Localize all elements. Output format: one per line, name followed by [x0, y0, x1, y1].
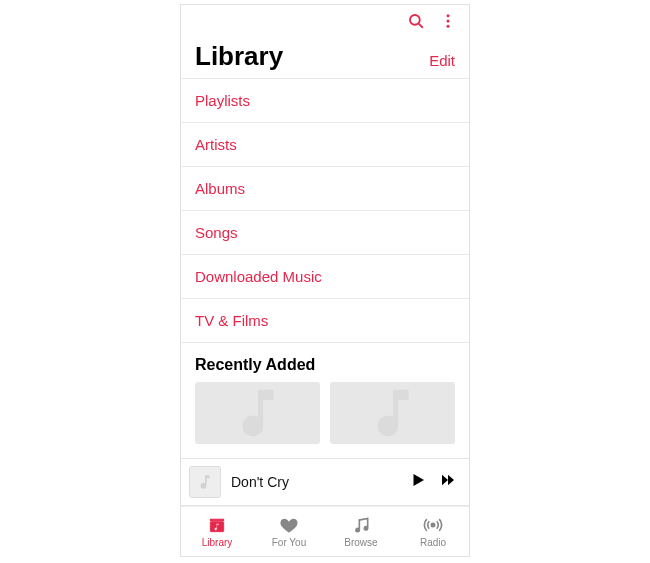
svg-point-4: [447, 25, 450, 28]
tab-label: Radio: [420, 537, 446, 548]
top-bar: [181, 5, 469, 41]
app-screen: Library Edit Playlists Artists Albums So…: [180, 4, 470, 557]
category-playlists[interactable]: Playlists: [181, 78, 469, 122]
play-icon[interactable]: [409, 471, 427, 493]
category-downloaded[interactable]: Downloaded Music: [181, 254, 469, 298]
tab-label: Browse: [344, 537, 377, 548]
page-title: Library: [195, 41, 283, 72]
header: Library Edit: [181, 41, 469, 78]
now-playing-controls: [409, 471, 457, 493]
svg-point-10: [431, 523, 434, 526]
fast-forward-icon[interactable]: [439, 471, 457, 493]
category-tv-films[interactable]: TV & Films: [181, 298, 469, 343]
main-content: Playlists Artists Albums Songs Downloade…: [181, 78, 469, 458]
tab-bar: Library For You Browse Radio: [181, 506, 469, 556]
svg-marker-6: [442, 475, 448, 486]
category-list: Playlists Artists Albums Songs Downloade…: [181, 78, 469, 343]
svg-point-2: [447, 14, 450, 17]
recently-added-title: Recently Added: [181, 343, 469, 382]
now-playing-title: Don't Cry: [231, 474, 399, 490]
svg-rect-8: [210, 519, 223, 521]
tab-label: Library: [202, 537, 233, 548]
recently-added-row: [181, 382, 469, 444]
search-icon[interactable]: [407, 12, 425, 34]
edit-button[interactable]: Edit: [429, 52, 455, 72]
svg-point-0: [410, 15, 420, 25]
tab-label: For You: [272, 537, 306, 548]
svg-line-1: [419, 24, 423, 28]
tab-radio[interactable]: Radio: [397, 507, 469, 556]
album-tile[interactable]: [330, 382, 455, 444]
now-playing-art: [189, 466, 221, 498]
more-vert-icon[interactable]: [439, 12, 457, 34]
category-albums[interactable]: Albums: [181, 166, 469, 210]
now-playing-bar[interactable]: Don't Cry: [181, 458, 469, 506]
svg-marker-7: [448, 475, 454, 486]
svg-marker-5: [414, 474, 425, 486]
category-songs[interactable]: Songs: [181, 210, 469, 254]
tab-library[interactable]: Library: [181, 507, 253, 556]
album-tile[interactable]: [195, 382, 320, 444]
svg-point-3: [447, 20, 450, 23]
category-artists[interactable]: Artists: [181, 122, 469, 166]
tab-for-you[interactable]: For You: [253, 507, 325, 556]
tab-browse[interactable]: Browse: [325, 507, 397, 556]
